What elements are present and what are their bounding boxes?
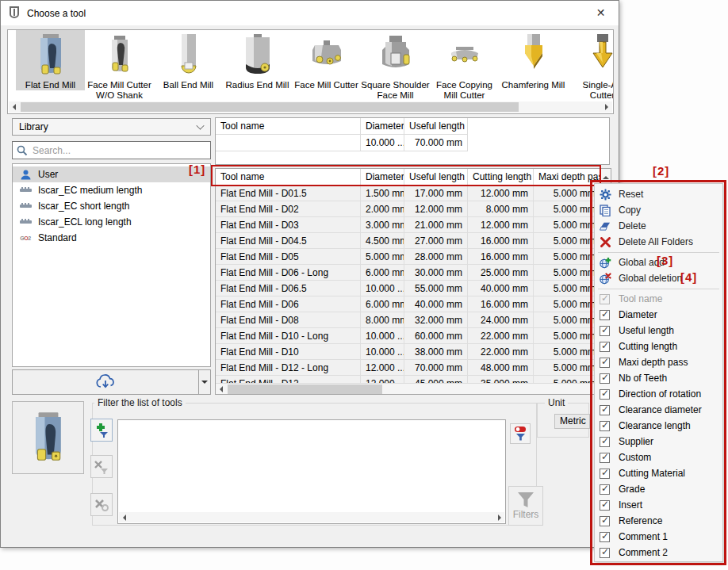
library-dropdown[interactable]: Library <box>12 118 211 136</box>
value-cell[interactable]: 5.000 mm <box>534 344 601 360</box>
tool-table-row[interactable]: Flat End Mill - D022.000 mm12.000 mm8.00… <box>216 201 601 217</box>
column-visibility-checkbox[interactable]: ✓ Nb of Teeth <box>595 370 722 386</box>
download-button-main[interactable] <box>13 370 199 394</box>
tool-table-row[interactable]: Flat End Mill - D12 - Long12.000 ...70.0… <box>216 360 601 376</box>
checkbox-icon[interactable]: ✓ <box>600 326 610 336</box>
tool-table-row[interactable]: Flat End Mill - D055.000 mm28.000 mm16.0… <box>216 249 601 265</box>
checkbox-icon[interactable]: ✓ <box>600 453 610 463</box>
tool-strip-item[interactable]: Face CopyingMill Cutter <box>430 30 499 101</box>
tool-table-row[interactable]: Flat End Mill - D04.54.500 mm27.000 mm16… <box>216 233 601 249</box>
value-cell[interactable]: 5.000 mm <box>534 186 601 201</box>
selected-tool-diameter[interactable]: 10.000 ... <box>361 135 404 151</box>
column-visibility-checkbox[interactable]: ✓ Supplier <box>595 434 722 449</box>
table-column-header[interactable]: Tool name <box>216 169 361 186</box>
table-column-header[interactable]: Cutting length <box>468 169 534 186</box>
value-cell[interactable]: 8.000 mm <box>361 312 404 328</box>
value-cell[interactable]: 30.000 mm <box>404 265 468 281</box>
column-header[interactable]: Useful length <box>404 118 468 135</box>
checkbox-icon[interactable]: ✓ <box>600 484 610 495</box>
tool-table-row[interactable]: Flat End Mill - D033.000 mm21.000 mm12.0… <box>216 217 601 233</box>
scroll-left-icon[interactable] <box>216 384 227 395</box>
value-cell[interactable]: 2.000 mm <box>361 201 404 217</box>
value-cell[interactable]: 24.000 mm <box>468 312 534 328</box>
context-menu-item[interactable]: Delete <box>595 218 722 234</box>
context-menu-item[interactable]: Global deletion <box>595 270 722 286</box>
tool-strip-item[interactable]: Face Mill Cutter <box>292 30 361 90</box>
library-tree-item[interactable]: User <box>13 166 210 182</box>
selected-tool-name[interactable] <box>216 135 361 151</box>
column-visibility-checkbox[interactable]: ✓ Clearance diameter <box>595 402 722 418</box>
checkbox-icon[interactable]: ✓ <box>600 516 610 526</box>
value-cell[interactable]: 5.000 mm <box>534 265 601 281</box>
value-cell[interactable]: 48.000 mm <box>468 360 534 376</box>
tool-strip-item[interactable]: Face Mill CutterW/O Shank <box>85 30 154 101</box>
value-cell[interactable]: 38.000 mm <box>404 344 468 360</box>
value-cell[interactable]: 16.000 mm <box>468 249 534 265</box>
value-cell[interactable]: 5.000 mm <box>534 312 601 328</box>
scroll-right-icon[interactable] <box>494 512 504 522</box>
tool-table-row[interactable]: Flat End Mill - D06.510.000 ...55.000 mm… <box>216 281 601 296</box>
context-menu-item[interactable]: Delete All Folders <box>595 234 722 250</box>
tool-name-cell[interactable]: Flat End Mill - D12 - Long <box>216 360 361 376</box>
value-cell[interactable]: 6.000 mm <box>361 265 404 281</box>
tool-name-cell[interactable]: Flat End Mill - D06 <box>216 296 361 312</box>
checkbox-icon[interactable]: ✓ <box>600 421 610 431</box>
scroll-left-icon[interactable] <box>119 512 129 522</box>
scroll-right-icon[interactable] <box>601 101 612 113</box>
checkbox-icon[interactable]: ✓ <box>600 532 610 542</box>
tool-strip-item[interactable]: Radius End Mill <box>223 30 292 90</box>
value-cell[interactable]: 5.000 mm <box>534 201 601 217</box>
selected-tool-useful-length[interactable]: 70.000 mm <box>404 135 468 151</box>
column-visibility-checkbox[interactable]: ✓ Reference <box>595 513 722 529</box>
library-tree-item[interactable]: Iscar_EC medium length <box>13 182 210 198</box>
filters-list-scrollbar[interactable] <box>119 512 504 522</box>
value-cell[interactable]: 22.000 mm <box>468 344 534 360</box>
value-cell[interactable]: 28.000 mm <box>404 249 468 265</box>
value-cell[interactable]: 10.000 ... <box>361 328 404 344</box>
tool-name-cell[interactable]: Flat End Mill - D03 <box>216 217 361 233</box>
active-filters-list[interactable] <box>117 419 506 524</box>
download-library-button[interactable] <box>12 369 211 395</box>
context-menu-item[interactable]: Copy <box>595 202 722 218</box>
value-cell[interactable]: 60.000 mm <box>404 328 468 344</box>
column-visibility-checkbox[interactable]: ✓ Insert <box>595 497 722 513</box>
search-input[interactable] <box>33 145 191 156</box>
tool-name-cell[interactable]: Flat End Mill - D08 <box>216 312 361 328</box>
value-cell[interactable]: 21.000 mm <box>404 217 468 233</box>
table-horizontal-scrollbar[interactable] <box>216 383 601 394</box>
column-visibility-checkbox[interactable]: ✓ Cutting length <box>595 339 722 354</box>
tool-table-row[interactable]: Flat End Mill - D088.000 mm32.000 mm24.0… <box>216 312 601 328</box>
library-tree-item[interactable]: Iscar_EC short length <box>13 198 210 214</box>
value-cell[interactable]: 3.000 mm <box>361 217 404 233</box>
unit-select[interactable]: Metric <box>554 414 590 429</box>
value-cell[interactable]: 8.000 mm <box>468 201 534 217</box>
scroll-left-icon[interactable] <box>9 101 20 113</box>
value-cell[interactable]: 5.000 mm <box>534 217 601 233</box>
value-cell[interactable]: 70.000 mm <box>404 360 468 376</box>
column-header[interactable]: Diameter <box>361 118 404 135</box>
value-cell[interactable]: 40.000 mm <box>468 281 534 296</box>
value-cell[interactable]: 5.000 mm <box>534 360 601 376</box>
checkbox-icon[interactable]: ✓ <box>600 342 610 352</box>
value-cell[interactable]: 22.000 mm <box>468 328 534 344</box>
column-visibility-checkbox[interactable]: ✓ Direction of rotation <box>595 386 722 402</box>
checkbox-icon[interactable]: ✓ <box>600 548 610 558</box>
context-menu-item[interactable]: Reset <box>595 186 722 202</box>
toggle-filter-button[interactable] <box>510 423 531 444</box>
value-cell[interactable]: 12.000 ... <box>361 360 404 376</box>
value-cell[interactable]: 10.000 ... <box>361 281 404 296</box>
tool-name-cell[interactable]: Flat End Mill - D04.5 <box>216 233 361 249</box>
scrollbar-thumb[interactable] <box>228 384 382 394</box>
tool-table-row[interactable]: Flat End Mill - D066.000 mm40.000 mm16.0… <box>216 296 601 312</box>
checkbox-icon[interactable]: ✓ <box>600 405 610 415</box>
tool-name-cell[interactable]: Flat End Mill - D02 <box>216 201 361 217</box>
value-cell[interactable]: 6.000 mm <box>361 296 404 312</box>
column-visibility-checkbox[interactable]: ✓ Clearance length <box>595 418 722 434</box>
tool-strip-scrollbar[interactable] <box>9 101 612 113</box>
tool-table-row[interactable]: Flat End Mill - D01.51.500 mm17.000 mm12… <box>216 186 601 201</box>
tool-strip-item[interactable]: Ball End Mill <box>154 30 223 90</box>
value-cell[interactable]: 5.000 mm <box>534 281 601 296</box>
table-column-header[interactable]: Useful length <box>404 169 468 186</box>
column-header[interactable]: Tool name <box>216 118 361 135</box>
library-tree-item[interactable]: Iscar_ECL long length <box>13 214 210 230</box>
